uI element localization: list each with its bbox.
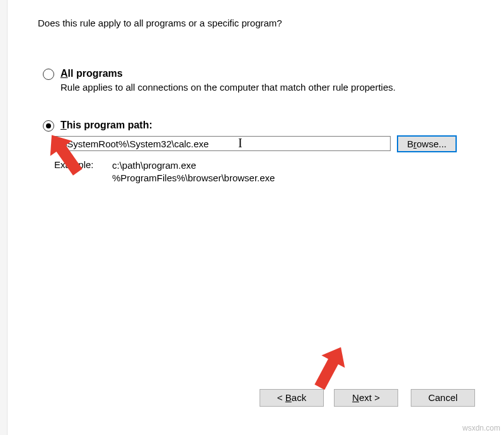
annotation-arrow-icon bbox=[314, 357, 339, 390]
watermark-text: wsxdn.com bbox=[462, 424, 500, 432]
example-paths: c:\path\program.exe %ProgramFiles%\brows… bbox=[112, 159, 275, 184]
browse-button[interactable]: Browse... bbox=[397, 135, 457, 152]
left-panel-edge bbox=[0, 0, 8, 435]
cancel-button[interactable]: Cancel bbox=[411, 389, 475, 407]
radio-all-programs-desc: Rule applies to all connections on the c… bbox=[60, 82, 396, 93]
question-text: Does this rule apply to all programs or … bbox=[38, 18, 282, 28]
radio-program-path[interactable] bbox=[43, 120, 54, 132]
next-button[interactable]: Next > bbox=[334, 389, 398, 407]
back-button[interactable]: < Back bbox=[260, 389, 324, 407]
program-path-input[interactable] bbox=[54, 136, 391, 151]
radio-program-path-label: This program path: bbox=[60, 120, 152, 131]
radio-all-programs[interactable] bbox=[43, 69, 54, 80]
radio-all-programs-label: All programs bbox=[60, 68, 123, 79]
